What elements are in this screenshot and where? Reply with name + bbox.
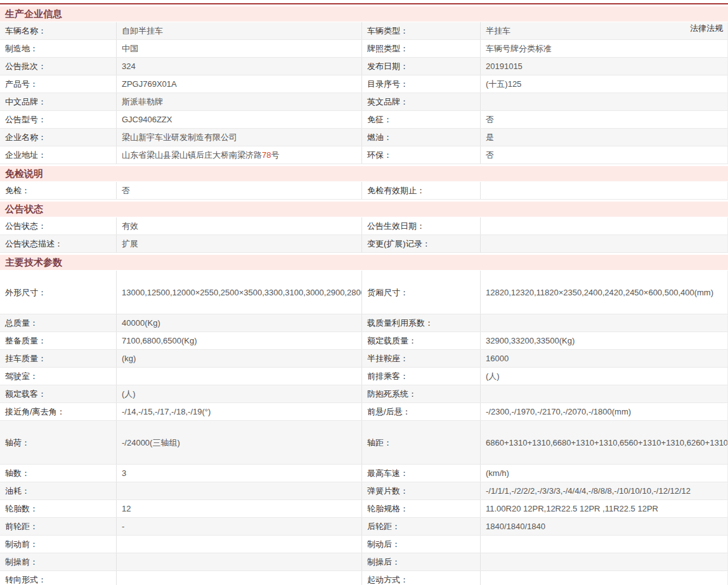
field-value: 3	[116, 465, 361, 482]
field-value: 否	[480, 111, 727, 128]
field-value: ZPGJ769X01A	[116, 75, 361, 93]
table-row: 挂车质量： (kg) 半挂鞍座： 16000	[0, 350, 728, 368]
field-value: (km/h)	[480, 465, 727, 482]
section-header: 生产企业信息	[0, 6, 728, 22]
table-row: 轴数： 3 最高车速： (km/h)	[0, 465, 728, 482]
law-regulations-link[interactable]: 法律法规	[690, 20, 723, 37]
field-value: 40000(Kg)	[116, 314, 361, 331]
table-row: 驾驶室： 前排乘客： (人)	[0, 368, 728, 385]
field-value	[480, 235, 727, 252]
table-row: 车辆名称： 自卸半挂车 车辆类型： 半挂车	[0, 22, 728, 40]
info-section: 主要技术参数 外形尺寸： 13000,12500,12000×2550,2500…	[0, 255, 728, 585]
field-label: 英文品牌：	[361, 93, 480, 110]
field-label: 最高车速：	[361, 465, 480, 482]
field-value: -/2300,-/1970,-/2170,-/2070,-/1800(mm)	[480, 403, 727, 420]
field-label: 燃油：	[361, 129, 480, 146]
field-value: 车辆号牌分类标准	[480, 40, 727, 57]
field-label: 前排乘客：	[361, 368, 480, 385]
field-value: 有效	[116, 217, 361, 235]
field-value	[116, 482, 361, 499]
field-value	[480, 571, 727, 585]
field-label: 免征：	[361, 111, 480, 128]
field-label: 起动方式：	[361, 571, 480, 585]
field-label: 制动后：	[361, 536, 480, 553]
field-label: 企业地址：	[0, 146, 116, 164]
table-row: 制造地： 中国 牌照类型： 车辆号牌分类标准	[0, 40, 728, 58]
field-label: 目录序号：	[361, 75, 480, 93]
field-label: 额定载质量：	[361, 332, 480, 349]
table-row: 外形尺寸： 13000,12500,12000×2550,2500×3500,3…	[0, 271, 728, 314]
table-row: 企业地址： 山东省梁山县梁山镇后庄大桥南梁济路78号 环保： 否	[0, 146, 728, 164]
field-label: 发布日期：	[361, 58, 480, 75]
table-row: 产品号： ZPGJ769X01A 目录序号： (十五)125	[0, 75, 728, 93]
field-label: 转向形式：	[0, 571, 116, 585]
vehicle-info-table: 法律法规 生产企业信息 车辆名称： 自卸半挂车 车辆类型： 半挂车 制造地： 中…	[0, 3, 728, 585]
field-label: 额定载客：	[0, 385, 116, 402]
table-row: 公告状态： 有效 公告生效日期：	[0, 217, 728, 235]
field-label: 免检有效期止：	[361, 182, 480, 199]
field-value: 7100,6800,6500(Kg)	[116, 332, 361, 349]
field-value: 梁山新宇车业研发制造有限公司	[116, 129, 361, 146]
table-row: 额定载客： (人) 防抱死系统：	[0, 385, 728, 403]
field-value: 否	[116, 182, 361, 199]
field-label: 货厢尺寸：	[361, 271, 480, 314]
table-row: 企业名称： 梁山新宇车业研发制造有限公司 燃油： 是	[0, 129, 728, 146]
section-header: 主要技术参数	[0, 255, 728, 270]
field-value	[116, 536, 361, 553]
field-value: 中国	[116, 40, 361, 57]
field-label: 公告批次：	[0, 58, 116, 75]
field-label: 前悬/后悬：	[361, 403, 480, 420]
field-value	[480, 314, 727, 331]
field-label: 弹簧片数：	[361, 482, 480, 499]
info-section: 生产企业信息 车辆名称： 自卸半挂车 车辆类型： 半挂车 制造地： 中国 牌照类…	[0, 6, 728, 164]
table-row: 总质量： 40000(Kg) 载质量利用系数：	[0, 314, 728, 332]
field-value: -	[116, 518, 361, 535]
field-label: 公告状态描述：	[0, 235, 116, 252]
field-value: 324	[116, 58, 361, 75]
field-label: 中文品牌：	[0, 93, 116, 110]
field-value: 斯派菲勒牌	[116, 93, 361, 110]
field-label: 轴数：	[0, 465, 116, 482]
field-value: 山东省梁山县梁山镇后庄大桥南梁济路78号	[116, 146, 361, 164]
field-label: 企业名称：	[0, 129, 116, 146]
table-row: 制动前： 制动后：	[0, 536, 728, 553]
table-row: 公告型号： GJC9406ZZX 免征： 否	[0, 111, 728, 129]
section-rows: 公告状态： 有效 公告生效日期： 公告状态描述： 扩展 变更(扩展)记录：	[0, 217, 728, 253]
field-value	[480, 385, 727, 402]
field-value	[480, 93, 727, 110]
field-label: 车辆名称：	[0, 22, 116, 39]
field-value: 20191015	[480, 58, 727, 75]
table-row: 整备质量： 7100,6800,6500(Kg) 额定载质量： 32900,33…	[0, 332, 728, 350]
section-title: 公告状态	[5, 203, 43, 214]
section-rows: 车辆名称： 自卸半挂车 车辆类型： 半挂车 制造地： 中国 牌照类型： 车辆号牌…	[0, 22, 728, 164]
table-row: 免检： 否 免检有效期止：	[0, 182, 728, 200]
field-value: (人)	[116, 385, 361, 402]
field-value: 1840/1840/1840	[480, 518, 727, 535]
field-value: 自卸半挂车	[116, 22, 361, 39]
field-value: (十五)125	[480, 75, 727, 93]
field-value	[480, 182, 727, 199]
field-label: 后轮距：	[361, 518, 480, 535]
field-value: 13000,12500,12000×2550,2500×3500,3300,31…	[116, 271, 361, 314]
field-label: 车辆类型：	[361, 22, 480, 39]
field-value: -/14,-/15,-/17,-/18,-/19(°)	[116, 403, 361, 420]
field-label: 公告生效日期：	[361, 217, 480, 235]
field-value: 否	[480, 146, 727, 164]
field-label: 环保：	[361, 146, 480, 164]
field-value: 12	[116, 500, 361, 517]
table-row: 公告状态描述： 扩展 变更(扩展)记录：	[0, 235, 728, 253]
section-header: 公告状态	[0, 202, 728, 217]
field-value: 是	[480, 129, 727, 146]
field-label: 轴距：	[361, 421, 480, 464]
field-label: 制造地：	[0, 40, 116, 57]
field-label: 免检：	[0, 182, 116, 199]
field-label: 轴荷：	[0, 421, 116, 464]
section-title: 生产企业信息	[5, 8, 62, 19]
field-value	[480, 553, 727, 570]
field-label: 半挂鞍座：	[361, 350, 480, 367]
table-row: 轮胎数： 12 轮胎规格： 11.00R20 12PR,12R22.5 12PR…	[0, 500, 728, 518]
highlighted-text: 78	[262, 150, 271, 160]
field-label: 公告状态：	[0, 217, 116, 235]
field-label: 整备质量：	[0, 332, 116, 349]
field-label: 总质量：	[0, 314, 116, 331]
